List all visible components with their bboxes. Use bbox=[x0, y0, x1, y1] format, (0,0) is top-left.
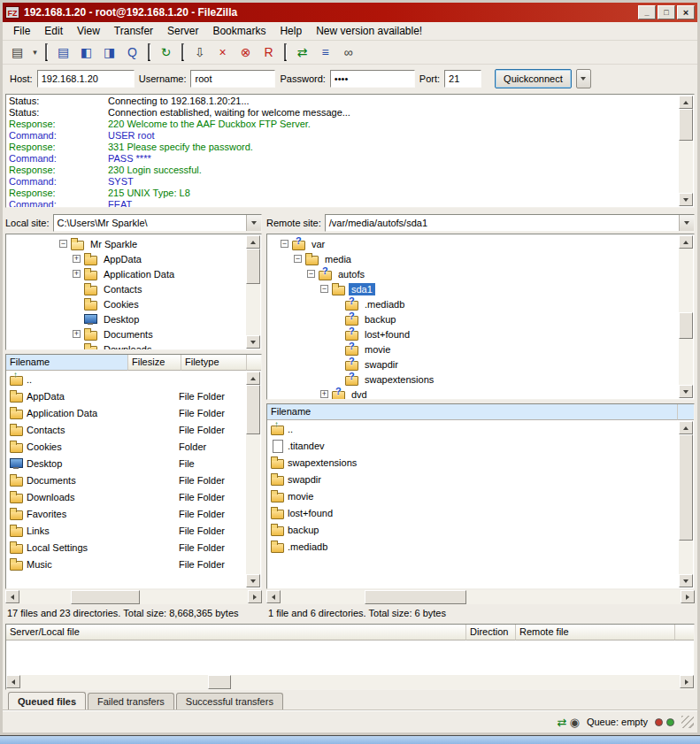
log-vertical-scrollbar[interactable] bbox=[679, 96, 693, 206]
site-manager-dropdown-button[interactable]: ▾ bbox=[29, 42, 41, 62]
menu-item[interactable]: Server bbox=[160, 23, 205, 39]
local-tree-item[interactable]: Downloads bbox=[6, 341, 261, 350]
remote-tree-item[interactable]: swapdir bbox=[267, 357, 694, 372]
find-files-button[interactable]: ∞ bbox=[337, 42, 359, 62]
expand-toggle-icon[interactable] bbox=[320, 285, 328, 293]
scroll-up-button[interactable] bbox=[246, 372, 260, 385]
quickconnect-button[interactable]: Quickconnect bbox=[495, 69, 572, 88]
expand-toggle-icon[interactable] bbox=[307, 270, 315, 278]
local-file-row[interactable]: Favorites File Folder bbox=[6, 505, 261, 522]
queue-tab[interactable]: Queued files bbox=[8, 692, 86, 710]
scrollbar-thumb[interactable] bbox=[246, 249, 260, 284]
local-file-row[interactable]: Local Settings File Folder bbox=[6, 539, 261, 556]
scroll-up-button[interactable] bbox=[679, 96, 693, 109]
remote-file-row[interactable]: lost+found bbox=[267, 504, 694, 521]
queue-tab[interactable]: Successful transfers bbox=[176, 693, 283, 710]
toggle-local-tree-button[interactable]: ◧ bbox=[75, 42, 97, 62]
remote-tree-item[interactable]: backup bbox=[267, 311, 694, 326]
scrollbar-thumb[interactable] bbox=[679, 434, 693, 541]
toggle-message-log-button[interactable]: ▤ bbox=[52, 42, 74, 62]
remote-tree-vertical-scrollbar[interactable] bbox=[679, 235, 693, 398]
expand-toggle-icon[interactable] bbox=[73, 270, 81, 278]
local-file-row[interactable]: Downloads File Folder bbox=[6, 488, 261, 505]
scroll-left-button[interactable] bbox=[266, 590, 281, 603]
local-file-row[interactable]: Links File Folder bbox=[6, 522, 261, 539]
menu-item[interactable]: Edit bbox=[37, 23, 70, 39]
site-manager-button[interactable]: ▤ bbox=[6, 42, 28, 62]
local-list-vertical-scrollbar[interactable] bbox=[246, 372, 260, 587]
scrollbar-thumb[interactable] bbox=[208, 675, 231, 689]
column-header[interactable]: Filename bbox=[267, 404, 678, 420]
local-tree-item[interactable]: Documents bbox=[6, 326, 261, 341]
remote-file-row[interactable]: .titandev bbox=[267, 437, 694, 454]
directory-comparison-button[interactable]: ≡ bbox=[314, 42, 336, 62]
expand-toggle-icon[interactable] bbox=[281, 240, 288, 248]
scroll-down-button[interactable] bbox=[679, 193, 693, 206]
remote-file-row[interactable]: swapextensions bbox=[267, 454, 694, 471]
local-site-combobox[interactable]: C:\Users\Mr Sparkle\ bbox=[53, 214, 262, 232]
refresh-button[interactable]: ↻ bbox=[155, 42, 177, 62]
queue-column-header[interactable]: Server/Local file bbox=[6, 625, 466, 640]
menu-item[interactable]: New version available! bbox=[309, 23, 429, 39]
scroll-up-button[interactable] bbox=[679, 421, 693, 434]
scrollbar-thumb[interactable] bbox=[679, 312, 693, 339]
expand-toggle-icon[interactable] bbox=[294, 255, 302, 263]
menu-item[interactable]: File bbox=[6, 23, 37, 39]
remote-tree-item[interactable]: autofs bbox=[267, 266, 694, 281]
local-file-row[interactable]: Application Data File Folder bbox=[6, 404, 261, 421]
synchronized-browsing-indicator-icon[interactable]: ⇄ bbox=[558, 716, 567, 729]
scroll-up-button[interactable] bbox=[246, 235, 260, 249]
queue-column-header[interactable]: Direction bbox=[466, 625, 516, 640]
local-file-row[interactable]: Contacts File Folder bbox=[6, 421, 261, 438]
titlebar[interactable]: FZ 192.168.1.20 - root@192.168.1.20 - Fi… bbox=[3, 3, 697, 22]
scroll-left-button[interactable] bbox=[5, 590, 19, 603]
remote-site-combobox[interactable]: /var/media/autofs/sda1 bbox=[325, 214, 695, 232]
local-site-dropdown-button[interactable] bbox=[246, 215, 261, 231]
remote-tree-item[interactable]: sda1 bbox=[267, 281, 694, 296]
local-tree-item[interactable]: AppData bbox=[6, 251, 261, 266]
local-tree-item[interactable]: Contacts bbox=[6, 281, 261, 296]
column-header[interactable]: Filename bbox=[6, 355, 128, 371]
remote-list-horizontal-scrollbar[interactable] bbox=[266, 590, 695, 604]
queue-horizontal-scrollbar[interactable] bbox=[6, 675, 694, 689]
synchronized-browsing-button[interactable]: ⇄ bbox=[291, 42, 313, 62]
remote-file-row[interactable]: .mediadb bbox=[267, 538, 694, 555]
resize-grip[interactable] bbox=[681, 716, 694, 728]
expand-toggle-icon[interactable] bbox=[320, 390, 328, 398]
toggle-remote-tree-button[interactable]: ◨ bbox=[98, 42, 120, 62]
menu-item[interactable]: View bbox=[70, 23, 107, 39]
taskbar[interactable] bbox=[0, 735, 700, 744]
scrollbar-thumb[interactable] bbox=[365, 590, 466, 604]
disconnect-button[interactable]: ⊗ bbox=[235, 42, 257, 62]
scroll-right-button[interactable] bbox=[681, 590, 695, 603]
local-file-row[interactable]: Cookies Folder bbox=[6, 438, 261, 455]
password-input[interactable] bbox=[330, 70, 415, 88]
local-tree-vertical-scrollbar[interactable] bbox=[246, 235, 260, 349]
scroll-down-button[interactable] bbox=[679, 385, 693, 398]
remote-file-row[interactable]: backup bbox=[267, 521, 694, 538]
remote-file-row[interactable]: swapdir bbox=[267, 471, 694, 487]
local-tree-item[interactable]: Cookies bbox=[6, 296, 261, 311]
remote-tree-item[interactable]: movie bbox=[267, 341, 694, 357]
port-input[interactable] bbox=[444, 70, 481, 88]
local-tree-item[interactable]: Desktop bbox=[6, 311, 261, 326]
queue-column-header[interactable]: Remote file bbox=[516, 625, 675, 640]
host-input[interactable] bbox=[37, 70, 135, 88]
local-file-row[interactable]: AppData File Folder bbox=[6, 387, 261, 404]
local-tree-item[interactable]: Application Data bbox=[6, 266, 261, 281]
username-input[interactable] bbox=[190, 70, 275, 88]
remote-tree-item[interactable]: media bbox=[267, 251, 694, 266]
local-file-row[interactable]: .. bbox=[6, 371, 261, 387]
column-header[interactable]: Filetype bbox=[181, 355, 247, 371]
scroll-down-button[interactable] bbox=[679, 574, 693, 587]
scrollbar-thumb[interactable] bbox=[71, 590, 140, 604]
remote-tree-item[interactable]: var bbox=[267, 236, 694, 251]
process-queue-button[interactable]: ⇩ bbox=[188, 42, 211, 62]
remote-site-dropdown-button[interactable] bbox=[679, 215, 694, 231]
local-tree-item[interactable]: Mr Sparkle bbox=[6, 236, 261, 251]
remote-tree-item[interactable]: lost+found bbox=[267, 326, 694, 341]
maximize-button[interactable]: □ bbox=[658, 5, 675, 19]
scroll-up-button[interactable] bbox=[679, 235, 693, 249]
quickconnect-dropdown-button[interactable] bbox=[576, 69, 591, 88]
remote-list-vertical-scrollbar[interactable] bbox=[679, 421, 693, 587]
